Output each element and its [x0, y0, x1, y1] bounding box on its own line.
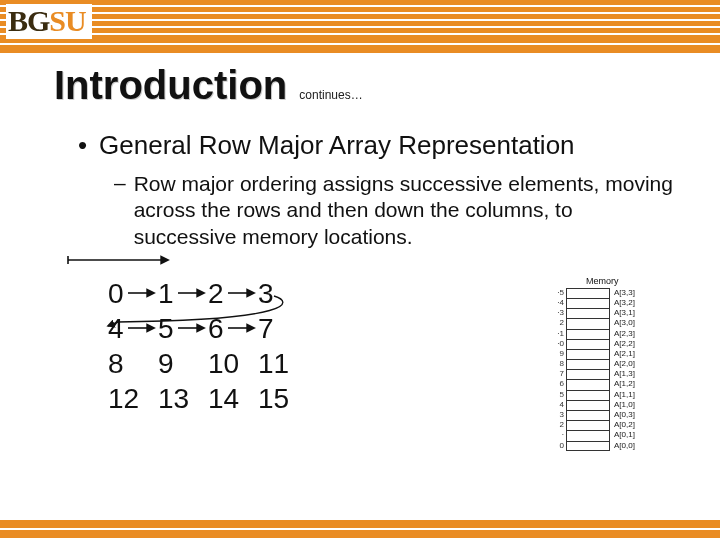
memory-row: 8A[2,0]	[548, 359, 666, 369]
memory-cell	[566, 318, 610, 328]
memory-index: ·	[548, 430, 566, 440]
memory-cell	[566, 410, 610, 420]
memory-index: 4	[548, 400, 566, 410]
memory-cell	[566, 349, 610, 359]
memory-cell	[566, 400, 610, 410]
memory-label: A[0,2]	[610, 420, 635, 430]
memory-cell	[566, 390, 610, 400]
memory-row: ·1A[2,3]	[548, 329, 666, 339]
memory-cell	[566, 430, 610, 440]
bullet-marker: •	[78, 130, 87, 160]
memory-label: A[1,0]	[610, 400, 635, 410]
matrix-cell: 7	[258, 311, 308, 346]
bullet-row: • General Row Major Array Representation	[78, 130, 674, 161]
matrix-cell: 13	[158, 381, 208, 416]
page-title: Introduction	[54, 63, 287, 108]
continues-label: continues…	[299, 88, 362, 102]
matrix-cell: 3	[258, 276, 308, 311]
memory-cell	[566, 441, 610, 451]
memory-index: 7	[548, 369, 566, 379]
bullet-text: General Row Major Array Representation	[99, 130, 574, 161]
memory-label: A[1,2]	[610, 379, 635, 389]
memory-index: 2	[548, 420, 566, 430]
header-band: BGSU	[0, 0, 720, 53]
memory-index: 5	[548, 390, 566, 400]
sub-bullet-row: – Row major ordering assigns successive …	[78, 161, 674, 250]
memory-row: 2A[3,0]	[548, 318, 666, 328]
memory-label: A[2,0]	[610, 359, 635, 369]
memory-label: A[3,2]	[610, 298, 635, 308]
memory-row: 6A[1,2]	[548, 379, 666, 389]
logo-part1: BG	[8, 4, 49, 37]
title-row: Introduction continues…	[0, 55, 720, 108]
memory-row: ·4A[3,2]	[548, 298, 666, 308]
memory-cell	[566, 329, 610, 339]
memory-cell	[566, 369, 610, 379]
memory-cell	[566, 359, 610, 369]
memory-row: ·3A[3,1]	[548, 308, 666, 318]
content: • General Row Major Array Representation…	[0, 108, 720, 451]
memory-row: 2A[0,2]	[548, 420, 666, 430]
memory-index: 8	[548, 359, 566, 369]
logo: BGSU	[6, 4, 96, 38]
memory-index: 6	[548, 379, 566, 389]
memory-label: A[3,3]	[610, 288, 635, 298]
memory-cell	[566, 308, 610, 318]
memory-label: A[1,3]	[610, 369, 635, 379]
matrix-cell: 8	[108, 346, 158, 381]
memory-label: A[0,3]	[610, 410, 635, 420]
memory-index: ·3	[548, 308, 566, 318]
memory-index: 2	[548, 318, 566, 328]
memory-label: A[3,0]	[610, 318, 635, 328]
matrix-cell: 5	[158, 311, 208, 346]
memory-row: ·0A[2,2]	[548, 339, 666, 349]
matrix-cell: 15	[258, 381, 308, 416]
memory-row: 5A[1,1]	[548, 390, 666, 400]
memory-diagram: Memory ·5A[3,3]·4A[3,2]·3A[3,1]2A[3,0]·1…	[548, 276, 666, 451]
memory-row: ·5A[3,3]	[548, 288, 666, 298]
memory-title: Memory	[548, 276, 666, 286]
top-stripes	[0, 0, 720, 53]
memory-label: A[2,3]	[610, 329, 635, 339]
matrix-cell: 12	[108, 381, 158, 416]
matrix-cell: 11	[258, 346, 308, 381]
memory-index: ·5	[548, 288, 566, 298]
memory-label: A[1,1]	[610, 390, 635, 400]
memory-label: A[3,1]	[610, 308, 635, 318]
memory-label: A[2,2]	[610, 339, 635, 349]
sub-bullet-text: Row major ordering assigns successive el…	[134, 171, 674, 250]
memory-row: 7A[1,3]	[548, 369, 666, 379]
memory-cell	[566, 379, 610, 389]
matrix-cell: 10	[208, 346, 258, 381]
matrix-cell: 6	[208, 311, 258, 346]
sub-bullet-marker: –	[114, 171, 126, 250]
matrix-cell: 2	[208, 276, 258, 311]
memory-cell	[566, 288, 610, 298]
memory-index: 0	[548, 441, 566, 451]
matrix-cell: 0	[108, 276, 158, 311]
memory-row: 9A[2,1]	[548, 349, 666, 359]
matrix-cell: 9	[158, 346, 208, 381]
memory-index: ·1	[548, 329, 566, 339]
memory-row: 4A[1,0]	[548, 400, 666, 410]
memory-cell	[566, 339, 610, 349]
memory-index: ·0	[548, 339, 566, 349]
memory-index: ·4	[548, 298, 566, 308]
matrix-cell: 4	[108, 311, 158, 346]
matrix-grid: 0 1 2 3 4 5 6 7 8 9 10 11 12 13 14 15	[108, 276, 308, 416]
memory-label: A[2,1]	[610, 349, 635, 359]
memory-label: A[0,0]	[610, 441, 635, 451]
memory-cell	[566, 298, 610, 308]
memory-label: A[0,1]	[610, 430, 635, 440]
memory-index: 9	[548, 349, 566, 359]
memory-cell	[566, 420, 610, 430]
memory-row: 0A[0,0]	[548, 441, 666, 451]
footer-stripes	[0, 520, 720, 540]
matrix-cell: 14	[208, 381, 258, 416]
memory-row: 3A[0,3]	[548, 410, 666, 420]
matrix-cell: 1	[158, 276, 208, 311]
memory-row: ·A[0,1]	[548, 430, 666, 440]
memory-index: 3	[548, 410, 566, 420]
logo-part2: SU	[49, 4, 85, 37]
